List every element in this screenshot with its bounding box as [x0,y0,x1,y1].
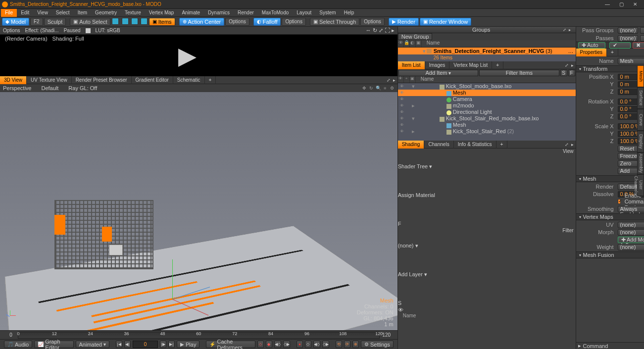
tab-shading[interactable]: Shading [398,141,425,149]
col-lock-icon[interactable]: 🔒 [404,40,410,47]
goto-start-icon[interactable]: |◀ [116,341,122,348]
tab-channels[interactable]: Channels [424,141,453,149]
material-mode-icon[interactable] [141,18,148,25]
menu-maxtomodo[interactable]: MaxToModo [258,9,293,17]
ecr-checkbox[interactable] [618,199,621,204]
tab-shading-add[interactable]: + [496,141,508,149]
key-icon-2[interactable]: ◆ [266,341,272,348]
sidetab-display[interactable]: Display [637,131,644,152]
tab-images[interactable]: Images [425,61,450,69]
frame-field[interactable]: 0 [133,341,158,348]
close-button[interactable]: ✕ [628,0,642,8]
key-mode-next-icon[interactable]: ◇▶ [322,341,329,348]
preview-shading[interactable]: Shading: Full [52,36,84,42]
sidetab-surface[interactable]: Surface [637,87,644,109]
preview-effect[interactable]: Effect: (Shadi... [25,28,58,33]
icon-expand[interactable]: ⛶ [385,27,390,33]
preview-options[interactable]: Options [3,28,20,33]
preview-toggle-icon[interactable] [86,28,91,33]
tab-add[interactable]: + [205,76,216,84]
viewport-raygl[interactable]: Ray GL: Off [68,85,97,91]
filter-s-button[interactable]: S [560,70,567,76]
tab-uv-texture[interactable]: UV Texture View [27,76,72,84]
item-row[interactable]: 👁Mesh [398,90,576,96]
il-color-icon[interactable]: ▣ [410,76,416,83]
menu-vertexmap[interactable]: Vertex Map [145,9,178,17]
sidetab-assembly[interactable]: Assembly [637,152,644,174]
animated-dropdown[interactable]: Animated ▾ [76,341,109,348]
f2-button[interactable]: F2 [30,18,43,26]
tab-schematic[interactable]: Schematic [173,76,205,84]
cache-deformers-button[interactable]: ⚡ Cache Deformers [206,341,255,348]
timeline-start[interactable]: 0 [4,332,18,338]
timeline-scale[interactable]: 0 12 24 36 48 60 72 84 96 108 120 [18,332,380,339]
item-row[interactable]: 👁Camera [398,96,576,102]
vertex-mode-icon[interactable] [112,18,119,25]
col-vis-icon[interactable]: 👁 [398,40,404,47]
tab-item-list[interactable]: Item List [398,61,425,69]
menu-file[interactable]: File [1,9,17,17]
item-row[interactable]: 👁▸m2modo [398,102,576,109]
goto-end-icon[interactable]: ▶| [168,341,175,348]
col-color-icon[interactable]: ▣ [416,40,422,47]
menu-item[interactable]: Item [74,9,91,17]
groups-popout-icon[interactable]: ⤢ [562,28,567,32]
vertex-maps-section[interactable]: ▾Vertex Maps [576,213,644,220]
icon-zoom[interactable]: ⤢ [379,27,383,33]
col-sel-icon[interactable]: ◐ [410,40,416,47]
vp-rotate-icon[interactable]: ↻ [369,86,374,91]
record-icon[interactable]: ● [297,341,303,348]
step-fwd-icon[interactable]: |▶ [160,341,166,348]
auto-key-icon[interactable]: ◇ [305,341,311,348]
menu-dynamics[interactable]: Dynamics [204,9,234,17]
smoothing-field[interactable]: Always Enabled [618,206,644,212]
groups-menu-icon[interactable]: ▸ [567,28,573,32]
key-next-icon[interactable]: ◇▶ [283,341,290,348]
apply-button[interactable]: ✔ Apply [609,42,631,49]
menu-view[interactable]: View [33,9,52,17]
tab-info-stats[interactable]: Info & Statistics [454,141,496,149]
discard-button[interactable]: ✖ Discard [633,42,644,49]
icon-popout[interactable]: ▸ [392,27,395,33]
morph-field[interactable]: (none) [618,229,644,236]
filter-items-button[interactable]: Filter Items [479,70,559,76]
add-item-button[interactable]: Add Item ▾ [398,70,478,76]
vp-zoom-icon[interactable]: 🔍 [376,86,381,91]
link-icon-1[interactable]: ⟲ [336,341,342,348]
tab-vertex-map-list[interactable]: Vertex Map List [449,61,492,69]
item-row[interactable]: 👁▸Kick_Stool_Stair_Red (2) [398,128,576,135]
tab-3d-view[interactable]: 3D View [0,76,27,84]
viewport-preset[interactable]: Default [41,85,58,91]
select-mode-icons[interactable] [111,18,148,26]
key-mode-prev-icon[interactable]: ◀◇ [313,341,320,348]
tab-popout-icon[interactable]: ⤢ [386,78,392,83]
item-row[interactable]: 👁▾Kick_Stool_Stair_Red_modo_base.lxo [398,115,576,122]
item-row[interactable]: 👁▾Kick_Stool_modo_base.lxo [398,83,576,90]
passes-field[interactable]: (none) [618,35,639,42]
options-button-3[interactable]: Options [360,18,384,26]
menu-layout[interactable]: Layout [293,9,315,17]
weight-field[interactable]: (none) [618,244,644,250]
link-icon-2[interactable]: ⟳ [344,341,350,348]
step-back-icon[interactable]: ◀| [124,341,131,348]
menu-help[interactable]: Help [340,9,358,17]
render-window-button[interactable]: ▣ Render Window [420,18,471,26]
render-button[interactable]: ▶ Render [389,18,419,26]
falloff-button[interactable]: ◐ Falloff [253,18,281,26]
menu-geometry[interactable]: Geometry [91,9,121,17]
itemlist-popout-icon[interactable]: ⤢ [564,63,570,68]
menu-select[interactable]: Select [52,9,74,17]
assign-material-button[interactable]: Assign Material [398,192,576,221]
il-vis-icon[interactable]: 👁 [398,76,404,83]
vp-menu-icon[interactable]: ≡ [383,86,388,91]
itemlist-menu-icon[interactable]: ▸ [570,63,576,68]
il-add-icon[interactable]: + [404,76,410,83]
link-icon-3[interactable]: ⊗ [352,341,359,348]
items-mode-button[interactable]: ▣ Items [149,18,175,26]
sidetab-curve[interactable]: Curve [637,109,644,131]
menu-texture[interactable]: Texture [121,9,145,17]
action-center-button[interactable]: ⊕ Action Center [179,18,225,26]
options-button-1[interactable]: Options [225,18,249,26]
render-preview[interactable]: (Render Camera) Shading: Full ▶ [0,35,397,76]
axis-gizmo[interactable] [5,310,15,320]
